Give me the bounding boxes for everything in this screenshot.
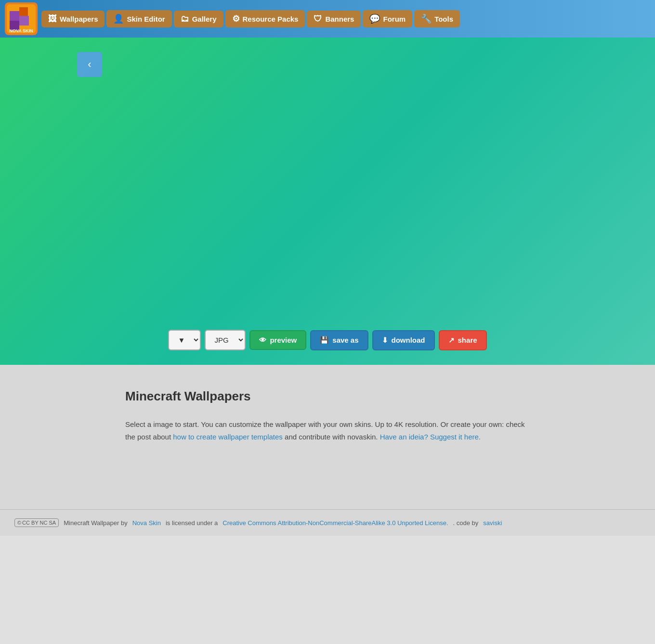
suggest-link[interactable]: Have an ideia? Suggest it here.	[380, 433, 481, 441]
svg-text:NOVA SKIN: NOVA SKIN	[9, 28, 33, 33]
picture-icon: 🖼	[48, 14, 57, 24]
share-icon: ↗	[448, 336, 455, 345]
shield-icon: 🛡	[314, 14, 322, 24]
gear-icon: ⚙	[232, 13, 240, 24]
wallpaper-canvas: ‹ ▼ 1x 2x 4x JPG PNG 👁 preview 💾 save as…	[0, 38, 655, 365]
nav-wallpapers[interactable]: 🖼 Wallpapers	[41, 11, 105, 27]
author-link[interactable]: saviski	[483, 519, 502, 527]
license-link[interactable]: Creative Commons Attribution-NonCommerci…	[223, 519, 448, 527]
chat-icon: 💬	[369, 13, 380, 24]
cc-badge: © CC BY NC SA	[14, 518, 59, 527]
main-nav: 🖼 Wallpapers 👤 Skin Editor 🗂 Gallery ⚙ R…	[41, 10, 460, 27]
back-button[interactable]: ‹	[77, 52, 102, 77]
download-button[interactable]: ⬇ download	[372, 330, 435, 350]
site-logo[interactable]: NOVA SKIN	[5, 2, 38, 35]
preview-button[interactable]: 👁 preview	[249, 330, 306, 350]
eye-icon: 👁	[259, 336, 266, 344]
nav-forum[interactable]: 💬 Forum	[363, 10, 412, 27]
person-icon: 👤	[113, 13, 124, 24]
nav-gallery[interactable]: 🗂 Gallery	[174, 11, 223, 27]
svg-rect-2	[10, 11, 19, 21]
header: NOVA SKIN 🖼 Wallpapers 👤 Skin Editor 🗂 G…	[0, 0, 655, 38]
footer: © CC BY NC SA Minecraft Wallpaper by Nov…	[0, 509, 655, 536]
format-select[interactable]: JPG PNG	[205, 330, 246, 350]
wallpaper-templates-link[interactable]: how to create wallpaper templates	[173, 433, 283, 441]
info-body: Select a image to start. You can customi…	[125, 418, 530, 443]
wrench-icon: 🔧	[421, 13, 432, 24]
gallery-icon: 🗂	[181, 14, 189, 24]
chevron-left-icon: ‹	[88, 58, 91, 71]
novaskin-link[interactable]: Nova Skin	[132, 519, 161, 527]
info-section: Minecraft Wallpapers Select a image to s…	[0, 365, 655, 509]
share-button[interactable]: ↗ share	[439, 330, 487, 350]
page-title: Minecraft Wallpapers	[125, 389, 530, 404]
svg-rect-5	[19, 7, 28, 16]
save-as-button[interactable]: 💾 save as	[310, 330, 368, 350]
nav-tools[interactable]: 🔧 Tools	[414, 10, 460, 27]
nav-resource-packs[interactable]: ⚙ Resource Packs	[225, 10, 305, 27]
cc-icon: ©	[17, 520, 21, 526]
svg-rect-4	[19, 16, 29, 26]
nav-banners[interactable]: 🛡 Banners	[307, 11, 361, 27]
save-icon: 💾	[320, 336, 329, 345]
download-icon: ⬇	[382, 336, 388, 345]
wallpaper-toolbar: ▼ 1x 2x 4x JPG PNG 👁 preview 💾 save as ⬇…	[168, 330, 486, 350]
size-select[interactable]: ▼ 1x 2x 4x	[168, 330, 201, 350]
nav-skin-editor[interactable]: 👤 Skin Editor	[106, 10, 171, 27]
